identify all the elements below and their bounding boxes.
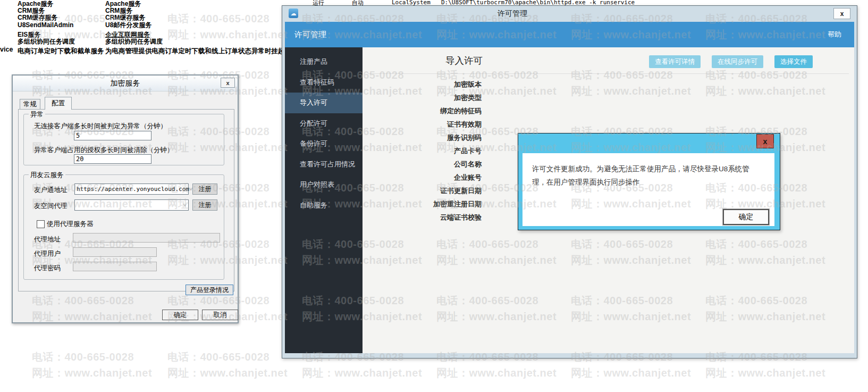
help-link[interactable]: 帮助: [828, 22, 841, 47]
sidebar-item[interactable]: 用户对照表: [285, 174, 363, 195]
proxy-password-label: 代理密码: [34, 264, 61, 273]
field-label: 产品卡号: [363, 144, 482, 157]
background-service-list-left: Apache服务CRM服务CRM缓存服务U8SendMailAdminEIS服务…: [18, 1, 104, 55]
field-label: 服务识别码: [363, 131, 482, 144]
disconnect-timeout-input[interactable]: [74, 131, 151, 140]
window-title: 许可管理: [491, 9, 534, 19]
app-cloud-icon: ☁: [289, 9, 298, 18]
service-name: 多组织协同任务调度: [18, 38, 104, 45]
license-titlebar[interactable]: ☁ 许可管理 x: [282, 6, 857, 21]
register-youspace-button[interactable]: 注册: [192, 199, 217, 211]
content-button-row: 查看许可详情 在线同步许可 选择文件: [649, 55, 813, 68]
sidebar-item[interactable]: 注册产品: [285, 52, 363, 72]
encryption-cancel-button[interactable]: 取消: [202, 310, 238, 320]
field-label: 公司名称: [363, 157, 482, 171]
message-ok-button[interactable]: 确定: [723, 209, 769, 225]
watermark-text: 电话：400-665-0028: [167, 350, 269, 364]
encryption-titlebar[interactable]: 加密服务 x: [13, 76, 238, 91]
cloud-group-title: 用友云服务: [29, 171, 65, 180]
dialog-title: 加密服务: [13, 76, 238, 91]
field-label: 加密重注册日期: [363, 197, 482, 211]
encryption-dialog: 加密服务 x 常规 配置 异常 无连接客户端多长时间被判定为异常（分钟） 异常客…: [12, 74, 239, 323]
watermark-text: 网址：www.chanjet.net: [302, 366, 422, 380]
encryption-close-button[interactable]: x: [221, 78, 235, 88]
view-license-details-button[interactable]: 查看许可详情: [649, 55, 701, 68]
sidebar-item[interactable]: 查看许可占用情况: [285, 154, 363, 175]
yonyou-address-value: https://apcenter.yonyoucloud.com: [77, 186, 189, 193]
service-name: CRM缓存服务: [18, 14, 104, 21]
license-close-button[interactable]: x: [833, 8, 850, 19]
encryption-ok-button[interactable]: 确定: [162, 310, 198, 320]
message-text: 许可文件更新成功。为避免无法正常使用产品，请尽快登录U8系统管理，在用户管理界面…: [532, 162, 762, 189]
sidebar-item[interactable]: 导入许可: [285, 93, 363, 113]
use-proxy-label: 使用代理服务器: [47, 220, 94, 229]
watermark-text: 网址：www.chanjet.net: [571, 366, 691, 380]
proxy-password-input: [73, 262, 157, 271]
watermark-text: 网址：www.chanjet.net: [436, 366, 557, 380]
service-name: 电商订单定时下载和截单服务: [18, 48, 104, 55]
sidebar-item[interactable]: 备份许可: [285, 134, 363, 154]
field-label: 绑定的特征码: [363, 104, 482, 118]
yonyou-address-label: 友户通地址: [34, 186, 68, 195]
clipped-text-fragment: vice: [0, 46, 13, 53]
disconnect-timeout-label: 无连接客户端多长时间被判定为异常（分钟）: [34, 122, 167, 131]
watermark-text: 网址：www.chanjet.net: [167, 366, 288, 380]
youspace-proxy-combobox[interactable]: ˅: [74, 199, 189, 211]
product-login-status-button[interactable]: 产品登录情况: [186, 285, 233, 295]
tab-general[interactable]: 常规: [20, 99, 40, 110]
sidebar-item[interactable]: 分配许可: [285, 113, 363, 134]
service-name: U8SendMailAdmin: [18, 22, 104, 29]
field-label: 加密类型: [363, 91, 482, 104]
field-label: 证书更新日期: [363, 184, 482, 197]
license-sidebar: 注册产品查看特征码导入许可分配许可备份许可查看许可占用情况用户对照表自助服务: [285, 47, 363, 353]
proxy-user-label: 代理用户: [34, 249, 61, 258]
choose-file-button[interactable]: 选择文件: [774, 55, 813, 68]
page-title: 导入许可: [390, 54, 538, 67]
service-description: CRM缓存服务: [105, 14, 285, 21]
service-description: 为电商管理提供电商订单定时下载和线上订单状态异常时挂起: [105, 48, 285, 55]
update-message-dialog: x 许可文件更新成功。为避免无法正常使用产品，请尽快登录U8系统管理，在用户管理…: [518, 133, 780, 230]
clear-auth-timeout-label: 异常客户端占用的授权多长时间被清除（分钟）: [34, 146, 174, 155]
license-field-labels: 加密版本加密类型绑定的特征码证书有效期服务识别码产品卡号公司名称企业账号证书更新…: [363, 78, 482, 224]
field-label: 云端证书校验: [363, 211, 482, 224]
youspace-proxy-label: 友空间代理: [34, 202, 68, 211]
use-proxy-checkbox[interactable]: [37, 220, 45, 228]
heading-divider: [368, 73, 849, 74]
clear-auth-timeout-input[interactable]: [74, 154, 151, 164]
screenshot-stage: Apache服务CRM服务CRM缓存服务U8SendMailAdminEIS服务…: [0, 0, 868, 392]
field-label: 加密版本: [363, 78, 482, 91]
message-close-button[interactable]: x: [756, 134, 774, 148]
proxy-user-input: [73, 247, 157, 257]
proxy-address-input: [73, 233, 220, 243]
sidebar-item[interactable]: 查看特征码: [285, 72, 363, 93]
background-status-row: 运行 自动 LocalSystem D:\U8SOFT\turbocrm70\a…: [0, 0, 868, 5]
header-title: 许可管理: [294, 22, 326, 47]
watermark-text: 电话：400-665-0028: [32, 350, 134, 364]
service-description: 多组织协同任务调度: [105, 38, 285, 45]
watermark-text: 网址：www.chanjet.net: [32, 366, 152, 380]
chevron-down-icon: ˅: [183, 202, 187, 208]
service-description: U8邮件分发服务: [105, 22, 285, 29]
field-label: 证书有效期: [363, 118, 482, 131]
sidebar-item[interactable]: 自助服务: [285, 195, 363, 216]
online-sync-license-button[interactable]: 在线同步许可: [712, 55, 763, 68]
register-yonyou-button[interactable]: 注册: [192, 184, 217, 195]
yonyou-address-combobox[interactable]: https://apcenter.yonyoucloud.com ˅: [74, 184, 189, 195]
tab-config[interactable]: 配置: [45, 97, 72, 110]
background-service-list-right: Apache服务CRM服务CRM缓存服务U8邮件分发服务企业互联网服务多组织协同…: [105, 1, 285, 55]
field-label: 企业账号: [363, 171, 482, 184]
watermark-text: 网址：www.chanjet.net: [705, 366, 825, 380]
proxy-address-label: 代理地址: [34, 235, 61, 244]
exception-group-title: 异常: [29, 110, 45, 119]
license-header: 许可管理 帮助: [285, 22, 854, 47]
message-body: 许可文件更新成功。为避免无法正常使用产品，请尽快登录U8系统管理，在用户管理界面…: [523, 153, 774, 226]
